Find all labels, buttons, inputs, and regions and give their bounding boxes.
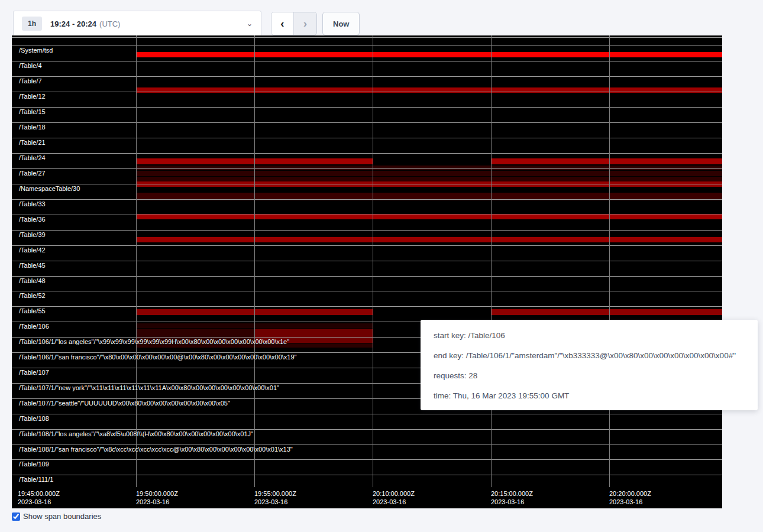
gridline-v (609, 35, 610, 487)
gridline-h (12, 230, 722, 231)
gridline-h (12, 92, 722, 92)
row-label: /Table/33 (19, 200, 46, 207)
heatmap-cell[interactable] (491, 158, 722, 164)
prev-interval-button[interactable]: ‹ (271, 12, 294, 35)
gridline-v (491, 35, 492, 487)
gridline-h (12, 37, 722, 38)
gridline-h (12, 245, 722, 246)
heatmap-cell[interactable] (136, 237, 722, 242)
time-nav-group: ‹ › (271, 12, 317, 35)
gridline-h (12, 475, 722, 475)
row-label: /Table/27 (19, 170, 46, 177)
heatmap-cell[interactable] (491, 309, 722, 315)
tooltip-requests: requests: 28 (434, 366, 745, 386)
chevron-down-icon: ⌄ (247, 20, 253, 28)
row-label: /Table/107 (19, 369, 49, 376)
gridline-h (12, 459, 722, 460)
row-label: /Table/106 (19, 323, 49, 330)
axis-tick-label: 20:15:00.000Z2023-03-16 (491, 489, 533, 506)
gridline-h (12, 46, 722, 46)
gridline-h (12, 138, 722, 138)
heatmap-cell[interactable] (136, 171, 722, 176)
row-label: /Table/106/1/"los angeles"/"\x99\x99\x99… (19, 338, 289, 345)
show-span-boundaries-checkbox[interactable] (12, 512, 20, 521)
gridline-h (12, 306, 722, 307)
row-label: /Table/109 (19, 460, 49, 468)
row-label: /Table/15 (19, 108, 46, 115)
show-span-boundaries-label: Show span boundaries (23, 512, 101, 521)
axis-tick-label: 19:50:00.000Z2023-03-16 (136, 489, 178, 506)
gridline-h (12, 184, 722, 184)
axis-tick-label: 19:45:00.000Z2023-03-16 (18, 489, 60, 506)
row-label: /Table/24 (19, 154, 46, 161)
gridline-v (254, 35, 255, 487)
axis-tick-label: 20:10:00.000Z2023-03-16 (373, 489, 415, 506)
time-range-timezone: (UTC) (99, 20, 120, 28)
row-label: /Table/39 (19, 231, 46, 238)
time-range-select[interactable]: 1h 19:24 - 20:24 (UTC) ⌄ (13, 11, 261, 37)
row-label: /Table/107/1/"seattle"/"UUUUUUD\x00\x80\… (19, 400, 230, 407)
span-boundaries-row: Show span boundaries (12, 512, 101, 521)
row-label: /Table/36 (19, 216, 46, 223)
heatmap-cell[interactable] (136, 166, 722, 170)
row-label: /System/tsd (19, 47, 53, 54)
gridline-h (12, 215, 722, 215)
row-label: /NamespaceTable/30 (19, 185, 80, 192)
tooltip-end-key: end key: /Table/106/1/"amsterdam"/"\xb33… (434, 346, 745, 366)
row-label: /Table/111/1 (19, 476, 53, 483)
gridline-h (12, 261, 722, 261)
axis-tick-label: 20:20:00.000Z2023-03-16 (609, 489, 651, 506)
heatmap-cell[interactable] (136, 52, 722, 57)
gridline-h (12, 153, 722, 154)
time-axis: 19:45:00.000Z2023-03-1619:50:00.000Z2023… (12, 487, 722, 508)
gridline-h (12, 291, 722, 291)
row-label: /Table/7 (19, 77, 42, 85)
row-label: /Table/42 (19, 246, 46, 254)
gridline-h (12, 199, 722, 200)
tooltip-start-key: start key: /Table/106 (434, 326, 745, 346)
gridline-v (373, 35, 373, 487)
gridline-h (12, 76, 722, 77)
gridline-h (12, 276, 722, 277)
row-label: /Table/4 (19, 62, 42, 69)
row-label: /Table/108/1/"san francisco"/"\x8c\xcc\x… (19, 446, 293, 453)
axis-tick-label: 19:55:00.000Z2023-03-16 (254, 489, 296, 506)
row-label: /Table/106/1/"san francisco"/"\x80\x00\x… (19, 353, 297, 361)
row-label: /Table/55 (19, 307, 46, 314)
row-label: /Table/21 (19, 139, 46, 146)
gridline-h (12, 445, 722, 445)
gridline-h (12, 414, 722, 414)
toolbar: 1h 19:24 - 20:24 (UTC) ⌄ ‹ › Now (0, 0, 763, 35)
gridline-h (12, 168, 722, 169)
tooltip-time: time: Thu, 16 Mar 2023 19:55:00 GMT (434, 386, 745, 406)
row-label: /Table/108 (19, 415, 49, 422)
gridline-v (136, 35, 137, 487)
next-interval-button[interactable]: › (294, 12, 316, 35)
gridline-h (12, 122, 722, 123)
cell-tooltip: start key: /Table/106 end key: /Table/10… (421, 320, 758, 410)
gridline-h (12, 107, 722, 108)
heatmap-canvas[interactable]: /System/tsd/Table/4/Table/7/Table/12/Tab… (12, 35, 722, 508)
row-label: /Table/45 (19, 262, 46, 269)
row-label: /Table/48 (19, 277, 46, 284)
now-button[interactable]: Now (322, 12, 360, 35)
time-range-text: 19:24 - 20:24 (50, 20, 96, 28)
row-label: /Table/107/1/"new york"/"\x11\x11\x11\x1… (19, 384, 279, 391)
row-label: /Table/12 (19, 93, 46, 100)
row-label: /Table/52 (19, 292, 46, 299)
row-label: /Table/108/1/"los angeles"/"\xa8\xf5\u00… (19, 430, 253, 437)
row-label: /Table/18 (19, 124, 46, 131)
gridline-h (12, 429, 722, 430)
time-range-badge: 1h (22, 17, 42, 31)
gridline-h (12, 61, 722, 61)
heatmap-cell[interactable] (136, 177, 722, 181)
